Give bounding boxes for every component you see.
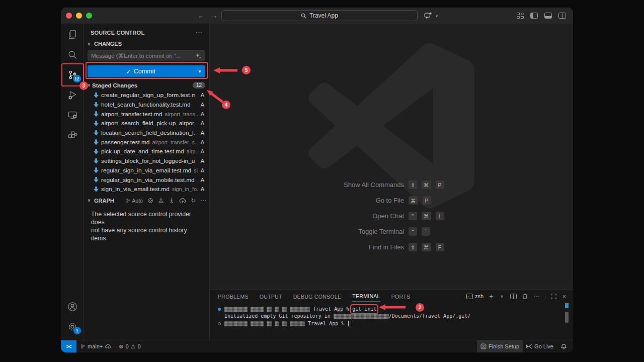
toggle-panel-icon[interactable]	[544, 13, 552, 19]
terminal-content[interactable]: Travel App % git init Initialized empty …	[210, 303, 573, 327]
tab-terminal[interactable]: TERMINAL	[352, 291, 380, 302]
redacted-text	[275, 321, 279, 326]
staged-file-row[interactable]: airport_search_field_pick-up_airpor...A	[84, 119, 209, 128]
staged-file-row[interactable]: sign_in_via_email.test.mdsign_in_fo...A	[84, 185, 209, 194]
auto-label: Auto	[132, 198, 143, 204]
shortcut-label: Toggle Terminal	[286, 228, 404, 235]
tab-debug-console[interactable]: DEBUG CONSOLE	[293, 291, 342, 302]
graph-auto-toggle[interactable]: Auto	[125, 198, 143, 204]
nav-back-icon[interactable]: ←	[198, 12, 205, 20]
branch-status-item[interactable]: main+	[76, 340, 115, 352]
key-chip: `	[422, 227, 430, 236]
commit-message-input[interactable]: Message (⌘Enter to commit on "...	[88, 50, 205, 61]
settings-gear-icon[interactable]: 1	[61, 317, 84, 337]
graph-more-actions-icon[interactable]: ⋯	[200, 197, 206, 204]
staged-file-row[interactable]: regular_sign_in_via_mobile.test.md...A	[84, 175, 209, 185]
graph-section-header[interactable]: ∨ GRAPH Auto ↻ ⋯	[84, 194, 209, 206]
settings-badge: 1	[73, 327, 81, 334]
file-name: airport_transfer.test.md	[101, 111, 162, 118]
graph-empty-message-line1: The selected source control provider doe…	[91, 210, 202, 226]
problems-status-item[interactable]: ⊗ 0 ⚠ 0	[115, 340, 144, 352]
search-icon	[301, 13, 306, 19]
maximize-panel-icon[interactable]	[551, 294, 556, 299]
target-icon[interactable]	[147, 198, 153, 204]
go-live-item[interactable]: Go Live	[523, 340, 557, 352]
staged-file-row[interactable]: airport_transfer.test.mdairport_trans...…	[84, 109, 209, 119]
key-chip: ⇧	[409, 180, 417, 189]
tab-ports[interactable]: PORTS	[391, 291, 410, 302]
tab-output[interactable]: OUTPUT	[260, 291, 282, 302]
changes-label: CHANGES	[94, 41, 122, 47]
panel-more-actions-icon[interactable]: ⋯	[533, 293, 539, 300]
customize-layout-icon[interactable]	[517, 13, 524, 19]
sidebar-more-actions-icon[interactable]: ⋯	[196, 29, 202, 36]
graph-empty-message-line2: not have any source control history item…	[91, 226, 202, 242]
toggle-secondary-sidebar-icon[interactable]	[558, 13, 566, 19]
pull-icon[interactable]	[169, 198, 175, 204]
key-chip: F	[436, 243, 444, 251]
sync-cloud-icon	[105, 344, 112, 349]
staged-file-row[interactable]: hotel_search_functionality.test.mdA	[84, 100, 209, 110]
terminal-shell-item[interactable]: >_ zsh	[466, 293, 484, 299]
remote-indicator-button[interactable]: ><	[61, 340, 76, 353]
zoom-window-button[interactable]	[86, 13, 92, 19]
vscode-window: ← → Travel App ∨	[61, 8, 573, 352]
accounts-icon[interactable]	[61, 297, 84, 317]
minimize-window-button[interactable]	[76, 13, 82, 19]
toggle-primary-sidebar-icon[interactable]	[530, 13, 538, 19]
staged-file-row[interactable]: passenger.test.mdairport_transfer_s...A	[84, 137, 209, 147]
staged-file-row[interactable]: location_search_field_destination_l...A	[84, 128, 209, 138]
bell-icon	[560, 343, 567, 350]
markdown-file-icon	[94, 102, 99, 108]
staged-file-row[interactable]: create_regular_sign_up_form.test.mdA	[84, 90, 209, 100]
explorer-icon[interactable]	[61, 25, 84, 45]
tab-problems[interactable]: PROBLEMS	[218, 291, 249, 302]
commit-button-label: Commit	[134, 68, 155, 75]
terminal-scrollbar-thumb[interactable]	[565, 312, 569, 323]
new-terminal-dropdown-icon[interactable]: ∨	[499, 294, 505, 299]
screenshot-canvas: ← → Travel App ∨	[0, 0, 644, 362]
file-name: pick-up_date_and_time.test.md	[101, 148, 184, 155]
copilot-chat-icon[interactable]	[424, 12, 432, 19]
finish-setup-item[interactable]: Finish Setup	[477, 340, 523, 352]
staged-file-row[interactable]: regular_sign_in_via_email.test.mdsi...A	[84, 166, 209, 175]
notifications-item[interactable]	[557, 340, 573, 352]
markdown-file-icon	[94, 139, 99, 145]
refresh-icon[interactable]: ↻	[191, 197, 196, 204]
staged-file-row[interactable]: pick-up_date_and_time.test.mdairp...A	[84, 147, 209, 156]
file-name: location_search_field_destination_l...	[101, 129, 195, 136]
prompt-text: Travel App %	[313, 306, 352, 312]
shortcut-label: Open Chat	[286, 212, 404, 220]
sparkle-generate-icon[interactable]	[195, 53, 202, 59]
terminal-line-1: Travel App % git init	[218, 306, 573, 312]
redacted-text	[282, 321, 287, 326]
git-branch-icon	[80, 343, 86, 349]
close-window-button[interactable]	[66, 13, 72, 19]
scm-changes-badge: 12	[73, 75, 80, 82]
extensions-icon[interactable]	[61, 125, 84, 145]
split-terminal-icon[interactable]	[510, 294, 517, 299]
fetch-icon[interactable]	[158, 198, 164, 204]
new-terminal-icon[interactable]: +	[489, 292, 493, 300]
staged-file-row[interactable]: settings_block_for_not_logged-in_u...A	[84, 156, 209, 166]
git-output-prefix: Initialized empty Git repository in	[224, 313, 334, 319]
terminal-line-2: Initialized empty Git repository in /Doc…	[218, 313, 573, 319]
source-control-icon[interactable]: 12	[61, 65, 84, 85]
close-panel-icon[interactable]: ×	[562, 293, 566, 300]
chevron-down-icon[interactable]: ∨	[434, 14, 440, 18]
remote-explorer-icon[interactable]	[61, 105, 84, 125]
redacted-text	[267, 321, 272, 326]
cloud-upload-icon[interactable]	[179, 198, 186, 204]
search-sidebar-icon[interactable]	[61, 45, 84, 65]
changes-section-header[interactable]: ∨ CHANGES	[84, 39, 209, 48]
errors-count: 0	[126, 343, 129, 349]
commit-dropdown-button[interactable]: ▼	[194, 65, 205, 77]
nav-forward-icon[interactable]: →	[211, 12, 218, 20]
command-center-search[interactable]: Travel App	[221, 10, 418, 21]
kill-terminal-icon[interactable]	[522, 293, 528, 299]
commit-button[interactable]: ✓ Commit ▼	[88, 65, 205, 77]
file-name: sign_in_via_email.test.md	[101, 186, 170, 193]
staged-changes-header[interactable]: ∨ Staged Changes 12	[84, 81, 209, 89]
git-status-added: A	[198, 111, 204, 117]
staged-changes-label: Staged Changes	[92, 82, 137, 88]
